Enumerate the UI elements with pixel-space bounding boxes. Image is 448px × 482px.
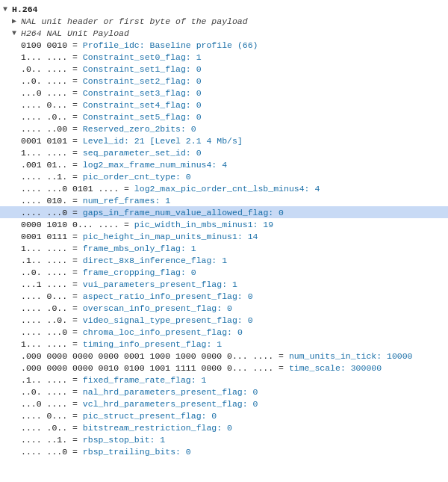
indent-spacer: [3, 435, 21, 445]
tree-row[interactable]: .... ...0 0101 .... = log2_max_pic_order…: [0, 182, 448, 194]
row-content: .... 0... = Constraint_set4_flag: 0: [21, 100, 202, 110]
tree-row[interactable]: .... ..1. = pic_order_cnt_type: 0: [0, 170, 448, 182]
indent-spacer: [3, 423, 21, 433]
row-content: 1... .... = frame_mbs_only_flag: 1: [21, 244, 196, 253]
indent-spacer: [3, 100, 21, 110]
row-content: 0000 1010 0... .... = pic_width_in_mbs_m…: [21, 220, 273, 229]
indent-spacer: [3, 148, 21, 158]
tree-row[interactable]: 1... .... = Constraint_set0_flag: 1: [0, 51, 448, 63]
indent-spacer: [3, 220, 21, 229]
tree-row[interactable]: ..0. .... = Constraint_set2_flag: 0: [0, 75, 448, 87]
tree-row[interactable]: .001 01.. = log2_max_frame_num_minus4: 4: [0, 158, 448, 170]
tree-row[interactable]: .... ...0 = rbsp_trailing_bits: 0: [0, 445, 448, 457]
row-content: .0.. .... = Constraint_set1_flag: 0: [21, 64, 202, 74]
tree-row[interactable]: ...0 .... = vcl_hrd_parameters_present_f…: [0, 398, 448, 410]
row-content: .... ...0 0101 .... = log2_max_pic_order…: [21, 184, 320, 194]
indent-spacer: [3, 375, 21, 385]
indent-spacer: [3, 387, 21, 397]
tree-container: ▼ H.264 ▶ NAL unit header or first byte …: [0, 0, 448, 460]
tree-row[interactable]: ▼ H.264: [0, 3, 448, 15]
tree-row[interactable]: .... ...0 = chroma_loc_info_present_flag…: [0, 326, 448, 338]
tree-row[interactable]: ..0. .... = nal_hrd_parameters_present_f…: [0, 386, 448, 398]
tree-row[interactable]: 1... .... = seq_parameter_set_id: 0: [0, 146, 448, 158]
tree-row[interactable]: .... 0... = Constraint_set4_flag: 0: [0, 99, 448, 111]
row-content: .... ...0 = chroma_loc_info_present_flag…: [21, 327, 243, 337]
collapse-icon[interactable]: ▼: [3, 5, 12, 13]
tree-row[interactable]: .... 010. = num_ref_frames: 1: [0, 194, 448, 206]
indent-spacer: [3, 315, 21, 325]
indent-spacer: [3, 339, 21, 349]
indent-spacer: [3, 411, 21, 421]
indent-spacer: [3, 327, 21, 337]
row-content: 0001 0111 = pic_height_in_map_units_minu…: [21, 232, 258, 241]
tree-row[interactable]: .... .0.. = overscan_info_present_flag: …: [0, 302, 448, 314]
row-content: NAL unit header or first byte of the pay…: [21, 16, 248, 26]
tree-row[interactable]: ...0 .... = Constraint_set3_flag: 0: [0, 87, 448, 99]
tree-row[interactable]: .... ..00 = Reserved_zero_2bits: 0: [0, 123, 448, 135]
row-content: .1.. .... = fixed_frame_rate_flag: 1: [21, 375, 206, 385]
tree-row[interactable]: .... .0.. = Constraint_set5_flag: 0: [0, 111, 448, 123]
row-content: .1.. .... = direct_8x8_inference_flag: 1: [21, 256, 227, 265]
collapse-icon[interactable]: ▼: [12, 29, 21, 37]
tree-row[interactable]: ▶ NAL unit header or first byte of the p…: [0, 15, 448, 27]
tree-row[interactable]: 0000 1010 0... .... = pic_width_in_mbs_m…: [0, 218, 448, 230]
indent-spacer: [3, 136, 21, 146]
row-content: H.264: [12, 4, 38, 14]
indent-spacer: [3, 112, 21, 122]
tree-row[interactable]: .1.. .... = fixed_frame_rate_flag: 1: [0, 374, 448, 386]
indent-spacer: [3, 124, 21, 134]
row-content: ...0 .... = Constraint_set3_flag: 0: [21, 88, 202, 98]
row-content: .001 01.. = log2_max_frame_num_minus4: 4: [21, 160, 227, 170]
tree-row[interactable]: ..0. .... = frame_cropping_flag: 0: [0, 266, 448, 278]
indent-spacer: [3, 40, 21, 50]
row-content: .... ..1. = pic_order_cnt_type: 0: [21, 172, 191, 182]
tree-row[interactable]: ▼ H264 NAL Unit Payload: [0, 27, 448, 39]
tree-row[interactable]: 1... .... = frame_mbs_only_flag: 1: [0, 242, 448, 254]
indent-spacer: [3, 16, 12, 26]
tree-row[interactable]: ...1 .... = vui_parameters_present_flag:…: [0, 278, 448, 290]
indent-spacer: [3, 184, 21, 194]
indent-spacer: [3, 351, 21, 361]
tree-row[interactable]: 0001 0111 = pic_height_in_map_units_minu…: [0, 230, 448, 242]
indent-spacer: [3, 268, 21, 277]
row-content: ..0. .... = nal_hrd_parameters_present_f…: [21, 387, 258, 397]
row-content: .... .0.. = Constraint_set5_flag: 0: [21, 112, 202, 122]
tree-row[interactable]: .... 0... = pic_struct_present_flag: 0: [0, 410, 448, 421]
tree-row[interactable]: .000 0000 0000 0010 0100 1001 1111 0000 …: [0, 362, 448, 374]
tree-row[interactable]: 0001 0101 = Level_id: 21 [Level 2.1 4 Mb…: [0, 135, 448, 146]
row-content: 1... .... = Constraint_set0_flag: 1: [21, 52, 202, 62]
indent-spacer: [3, 196, 21, 206]
indent-spacer: [3, 399, 21, 409]
indent-spacer: [3, 172, 21, 182]
tree-row[interactable]: 0100 0010 = Profile_idc: Baseline profil…: [0, 39, 448, 51]
tree-row[interactable]: .... 0... = aspect_ratio_info_present_fl…: [0, 290, 448, 302]
row-content: 1... .... = timing_info_present_flag: 1: [21, 339, 222, 349]
row-content: ...1 .... = vui_parameters_present_flag:…: [21, 279, 237, 289]
row-content: 0100 0010 = Profile_idc: Baseline profil…: [21, 40, 258, 50]
row-content: 0001 0101 = Level_id: 21 [Level 2.1 4 Mb…: [21, 136, 243, 146]
tree-row[interactable]: .... ...0 = gaps_in_frame_num_value_allo…: [0, 206, 448, 218]
row-content: H264 NAL Unit Payload: [21, 28, 129, 38]
indent-spacer: [3, 160, 21, 170]
row-content: .... ...0 = rbsp_trailing_bits: 0: [21, 447, 191, 457]
tree-row[interactable]: .... ..1. = rbsp_stop_bit: 1: [0, 433, 448, 445]
indent-spacer: [3, 447, 21, 457]
tree-row[interactable]: .0.. .... = Constraint_set1_flag: 0: [0, 63, 448, 75]
row-content: .... ..1. = rbsp_stop_bit: 1: [21, 435, 165, 445]
expand-icon[interactable]: ▶: [12, 16, 21, 25]
row-content: .... .0.. = bitstream_restriction_flag: …: [21, 423, 232, 433]
indent-spacer: [3, 88, 21, 98]
tree-row[interactable]: .000 0000 0000 0000 0001 1000 1000 0000 …: [0, 350, 448, 362]
tree-row[interactable]: .1.. .... = direct_8x8_inference_flag: 1: [0, 254, 448, 266]
indent-spacer: [3, 208, 21, 217]
tree-row[interactable]: 1... .... = timing_info_present_flag: 1: [0, 338, 448, 350]
indent-spacer: [3, 291, 21, 301]
row-content: .... 0... = aspect_ratio_info_present_fl…: [21, 291, 253, 301]
row-content: ..0. .... = Constraint_set2_flag: 0: [21, 76, 202, 86]
tree-row[interactable]: .... .0.. = bitstream_restriction_flag: …: [0, 421, 448, 433]
indent-spacer: [3, 52, 21, 62]
row-content: .... 0... = pic_struct_present_flag: 0: [21, 411, 217, 421]
tree-row[interactable]: .... ..0. = video_signal_type_present_fl…: [0, 314, 448, 326]
row-content: .... ..00 = Reserved_zero_2bits: 0: [21, 124, 196, 134]
row-content: .... .0.. = overscan_info_present_flag: …: [21, 303, 232, 313]
